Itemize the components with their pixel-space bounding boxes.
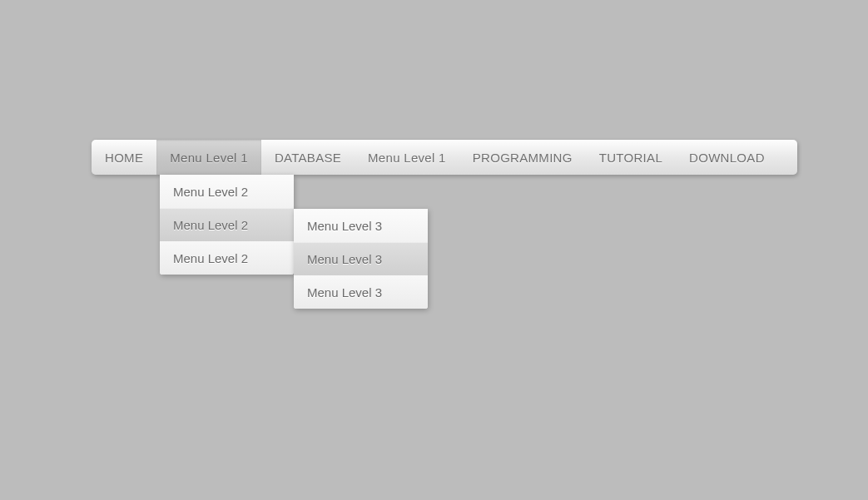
main-menubar: HOME Menu Level 1 DATABASE Menu Level 1 … [92,140,797,175]
submenu-item-level3-0[interactable]: Menu Level 3 [294,209,428,242]
submenu-level2: Menu Level 2 Menu Level 2 Menu Level 2 [160,175,294,275]
submenu-item-level3-2[interactable]: Menu Level 3 [294,275,428,309]
submenu-item-label: Menu Level 2 [173,218,248,232]
menu-item-level1-b[interactable]: Menu Level 1 [355,140,459,175]
submenu-item-label: Menu Level 3 [307,219,382,233]
menu-item-label: TUTORIAL [599,151,662,165]
menu-item-tutorial[interactable]: TUTORIAL [586,140,676,175]
menu-item-label: DOWNLOAD [689,151,765,165]
submenu-level3: Menu Level 3 Menu Level 3 Menu Level 3 [294,209,428,309]
submenu-item-label: Menu Level 2 [173,251,248,265]
menu-item-level1-a[interactable]: Menu Level 1 [156,140,261,175]
submenu-item-level3-1[interactable]: Menu Level 3 [294,242,428,275]
menu-item-database[interactable]: DATABASE [261,140,355,175]
submenu-item-level2-1[interactable]: Menu Level 2 [160,208,294,241]
menu-item-label: PROGRAMMING [473,151,573,165]
menu-item-download[interactable]: DOWNLOAD [676,140,778,175]
submenu-item-level2-2[interactable]: Menu Level 2 [160,241,294,275]
menu-item-programming[interactable]: PROGRAMMING [459,140,586,175]
submenu-item-label: Menu Level 3 [307,252,382,266]
menu-item-label: Menu Level 1 [368,151,446,165]
menu-item-label: DATABASE [275,151,341,165]
submenu-item-level2-0[interactable]: Menu Level 2 [160,175,294,208]
submenu-item-label: Menu Level 3 [307,285,382,300]
menu-item-label: HOME [105,151,143,165]
menu-item-home[interactable]: HOME [92,140,156,175]
menu-item-label: Menu Level 1 [170,151,248,165]
submenu-item-label: Menu Level 2 [173,185,248,199]
